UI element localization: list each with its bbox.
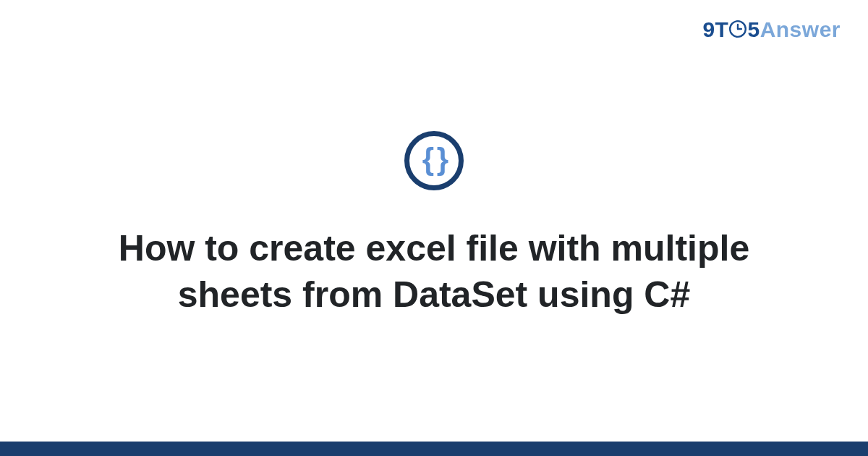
footer-bar xyxy=(0,442,868,456)
page-title: How to create excel file with multiple s… xyxy=(116,225,752,318)
topic-icon-circle: { } xyxy=(404,131,464,190)
code-braces-icon: { } xyxy=(422,144,446,174)
content-area: { } How to create excel file with multip… xyxy=(0,0,868,456)
